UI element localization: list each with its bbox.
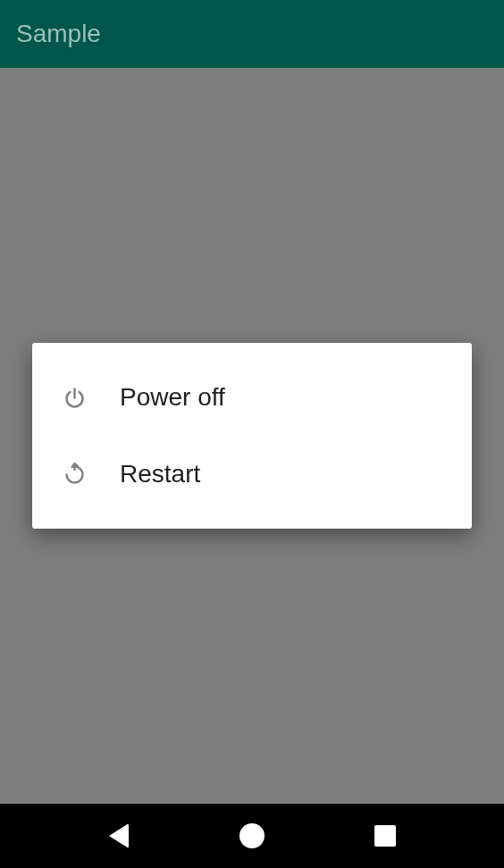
- nav-back-button[interactable]: [105, 822, 133, 850]
- nav-recent-button[interactable]: [371, 822, 399, 850]
- back-triangle-icon: [109, 823, 129, 848]
- recent-square-icon: [374, 825, 396, 847]
- power-icon: [63, 386, 120, 410]
- nav-home-button[interactable]: [238, 822, 266, 850]
- power-off-label: Power off: [120, 383, 225, 412]
- restart-label: Restart: [120, 460, 200, 488]
- restart-item[interactable]: Restart: [32, 436, 472, 513]
- restart-icon: [63, 463, 120, 487]
- navigation-bar: [0, 804, 504, 868]
- home-circle-icon: [239, 823, 265, 848]
- app-bar: Sample: [0, 0, 504, 68]
- app-title: Sample: [16, 20, 101, 48]
- power-dialog: Power off Restart: [32, 343, 472, 529]
- power-off-item[interactable]: Power off: [32, 359, 472, 436]
- dialog-scrim[interactable]: Power off Restart: [0, 68, 504, 804]
